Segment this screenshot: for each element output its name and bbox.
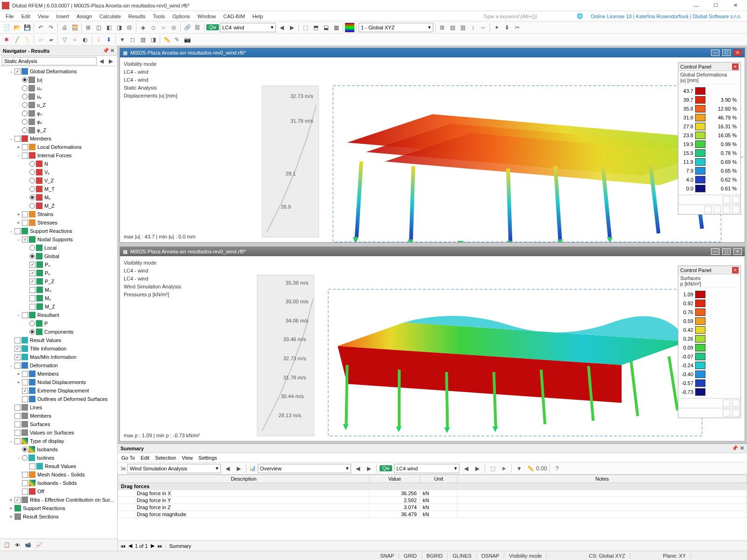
tree-item[interactable]: Result Values bbox=[0, 462, 117, 470]
tree-item[interactable]: Local bbox=[0, 244, 117, 252]
sum-lc-combo[interactable]: LC4 wind▾ bbox=[394, 464, 459, 473]
view-icon[interactable]: ◫ bbox=[94, 23, 103, 32]
visibility-toggle[interactable]: Visibility mode bbox=[504, 553, 547, 559]
cp1-tab3[interactable] bbox=[723, 206, 730, 213]
menu-options[interactable]: Options bbox=[169, 13, 194, 20]
redo-icon[interactable]: ↷ bbox=[46, 23, 56, 32]
cp1-tab4[interactable] bbox=[732, 206, 740, 213]
grid-icon[interactable]: ⊞ bbox=[84, 23, 93, 32]
tree-item[interactable]: |u| bbox=[0, 76, 117, 84]
sum-filter-icon[interactable]: ▼ bbox=[514, 464, 524, 473]
cp2-close-icon[interactable]: ✕ bbox=[732, 267, 739, 273]
sum-menu-goto[interactable]: Go To bbox=[121, 455, 135, 461]
render4-icon[interactable]: ◎ bbox=[169, 23, 178, 32]
glines-toggle[interactable]: GLINES bbox=[448, 553, 476, 559]
tree-item[interactable]: +Stresses bbox=[0, 218, 117, 227]
tree-item[interactable]: -Support Reactions bbox=[0, 227, 117, 235]
tree-item[interactable]: Global bbox=[0, 252, 117, 260]
pager-last-icon[interactable]: ⏭ bbox=[157, 543, 162, 549]
tree-item[interactable]: Mₓ bbox=[0, 286, 117, 294]
pager-next-icon[interactable]: ▶ bbox=[151, 543, 155, 549]
cp2-tab2[interactable] bbox=[732, 409, 740, 417]
sum-cursor-icon[interactable]: ➤ bbox=[499, 464, 508, 473]
member-icon[interactable]: ╲ bbox=[22, 35, 32, 44]
solid-icon[interactable]: ▰ bbox=[46, 35, 56, 44]
menu-file[interactable]: File bbox=[2, 13, 18, 20]
tree-item[interactable]: Isobands - Solids bbox=[0, 479, 117, 487]
tree-item[interactable]: +Support Reactions bbox=[0, 504, 117, 512]
sum-menu-selection[interactable]: Selection bbox=[155, 455, 176, 461]
tool-a-icon[interactable]: ⬚ bbox=[301, 23, 310, 32]
grid4-icon[interactable]: ▥ bbox=[458, 23, 467, 32]
tree-item[interactable]: Values on Surfaces bbox=[0, 428, 117, 437]
view1-max-icon[interactable]: ☐ bbox=[722, 49, 731, 56]
snap-toggle[interactable]: SNAP bbox=[375, 553, 399, 559]
box-icon[interactable]: ◻ bbox=[128, 35, 137, 44]
cp2-btn2[interactable] bbox=[732, 399, 740, 407]
iso-icon[interactable]: ◧ bbox=[104, 23, 113, 32]
tree-item[interactable]: Components bbox=[0, 328, 117, 336]
tree-item[interactable]: Mᵧ bbox=[0, 294, 117, 302]
nav-tab-views-icon[interactable]: 📹 bbox=[25, 542, 31, 548]
tree-item[interactable]: ✓Title Information bbox=[0, 344, 117, 353]
nav-tab-results-icon[interactable]: 📈 bbox=[36, 542, 42, 548]
sum-analysis-combo[interactable]: Wind Simulation Analysis▾ bbox=[127, 464, 221, 473]
view5-icon[interactable]: ⊟ bbox=[125, 23, 134, 32]
cs-indicator[interactable]: CS: Global XYZ bbox=[584, 553, 630, 559]
tree-item[interactable]: -✓Global Deformations bbox=[0, 67, 117, 76]
link-icon[interactable]: 🔗 bbox=[183, 23, 192, 32]
tree-item[interactable]: φ_Z bbox=[0, 126, 117, 134]
bgrid-toggle[interactable]: BGRID bbox=[422, 553, 448, 559]
tree-item[interactable]: φₓ bbox=[0, 109, 117, 118]
view1-min-icon[interactable]: — bbox=[711, 49, 719, 56]
tree-item[interactable]: V_Z bbox=[0, 176, 117, 185]
pager-prev-icon[interactable]: ◀ bbox=[128, 543, 132, 549]
tree-item[interactable]: Members bbox=[0, 412, 117, 420]
menu-calculate[interactable]: Calculate bbox=[96, 13, 125, 20]
menu-cad-bim[interactable]: CAD-BIM bbox=[219, 13, 248, 20]
view1-canvas[interactable]: Visibility modeLC4 - wind LC4 - windStat… bbox=[120, 57, 745, 242]
tree-item[interactable]: Result Values bbox=[0, 336, 117, 344]
tree-item[interactable]: Isobands bbox=[0, 445, 117, 454]
surface-icon[interactable]: ▱ bbox=[36, 35, 45, 44]
view4-icon[interactable]: ◨ bbox=[114, 23, 124, 32]
tree-item[interactable]: -Internal Forces bbox=[0, 151, 117, 160]
load-icon[interactable]: ↓ bbox=[94, 35, 103, 44]
summary-tab[interactable]: Summary bbox=[165, 543, 191, 549]
render2-icon[interactable]: ◇ bbox=[148, 23, 158, 32]
view2-max-icon[interactable]: ☐ bbox=[722, 248, 731, 255]
sum-close-icon[interactable]: ✕ bbox=[740, 445, 744, 451]
section-icon[interactable]: ▧ bbox=[138, 35, 148, 44]
nav-pin-icon[interactable]: 📌 bbox=[103, 48, 109, 54]
tree-item[interactable]: -Deformation bbox=[0, 361, 117, 370]
loadcase-combo[interactable]: LC4wind▾ bbox=[220, 23, 276, 32]
measure-icon[interactable]: 📏 bbox=[162, 35, 171, 44]
print-icon[interactable]: 🖨 bbox=[60, 23, 69, 32]
menu-assign[interactable]: Assign bbox=[73, 13, 96, 20]
sum-ruler-icon[interactable]: 📏 bbox=[526, 464, 535, 473]
minimize-button[interactable]: — bbox=[686, 0, 706, 11]
tree-item[interactable]: N bbox=[0, 160, 117, 168]
view2-min-icon[interactable]: — bbox=[711, 248, 719, 255]
tree-item[interactable]: +Members bbox=[0, 370, 117, 378]
tree-item[interactable]: uₓ bbox=[0, 84, 117, 92]
tree-item[interactable]: -Resultant bbox=[0, 311, 117, 319]
tree-item[interactable]: +Strains bbox=[0, 210, 117, 218]
line-icon[interactable]: ╱ bbox=[12, 35, 21, 44]
sum-overview-combo[interactable]: Overview▾ bbox=[258, 464, 351, 473]
tool-b-icon[interactable]: ⬒ bbox=[311, 23, 320, 32]
sum-help-icon[interactable]: ? bbox=[552, 464, 562, 473]
dim-icon[interactable]: ↔ bbox=[479, 23, 488, 32]
nav-next-icon[interactable]: ▶ bbox=[106, 56, 115, 66]
sum-next-icon[interactable]: ▶ bbox=[234, 464, 243, 473]
menu-edit[interactable]: Edit bbox=[18, 13, 34, 20]
grid2-icon[interactable]: ⊞ bbox=[437, 23, 447, 32]
tree-item[interactable]: +Local Deformations bbox=[0, 143, 117, 151]
new-icon[interactable]: 📄 bbox=[2, 23, 11, 32]
sum-menu-view[interactable]: View bbox=[182, 455, 193, 461]
sum-prev2-icon[interactable]: ◀ bbox=[353, 464, 362, 473]
tree-item[interactable]: ✓Pᵧ bbox=[0, 269, 117, 277]
view2-canvas[interactable]: Visibility modeLC4 - wind LC4 - windWind… bbox=[120, 256, 745, 441]
sum-next2-icon[interactable]: ▶ bbox=[364, 464, 374, 473]
annotation-icon[interactable]: ✎ bbox=[172, 35, 182, 44]
